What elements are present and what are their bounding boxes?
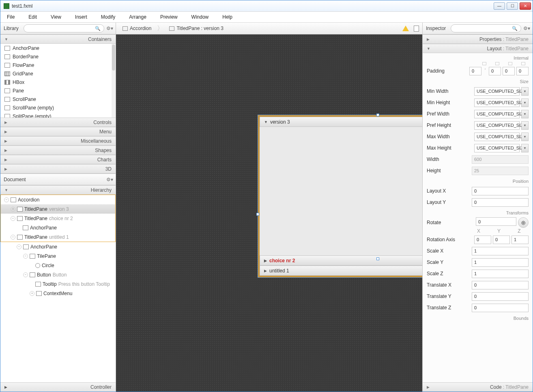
padding-top-input[interactable]: 0	[469, 67, 481, 75]
dropdown-button[interactable]: ▼	[521, 133, 529, 141]
inspector-properties[interactable]: ▶Properties: TitledPane	[423, 34, 533, 44]
scale-z-input[interactable]: 1	[472, 270, 529, 278]
section-hierarchy[interactable]: ▼Hierarchy	[0, 185, 116, 195]
menu-arrange[interactable]: Arrange	[127, 13, 149, 21]
section-containers[interactable]: ▼Containers	[0, 34, 116, 44]
tree-row-contextmenu[interactable]: +ContextMenu	[0, 289, 116, 298]
axis-x-input[interactable]: 0	[474, 236, 491, 244]
translate-y-input[interactable]: 0	[472, 292, 529, 301]
resize-handle[interactable]	[256, 213, 259, 216]
menu-file[interactable]: File	[4, 13, 17, 21]
pref-height-input[interactable]: USE_COMPUTED_SIZE	[474, 121, 520, 130]
list-item[interactable]: AnchorPane	[0, 44, 116, 52]
dropdown-button[interactable]: ▼	[521, 99, 529, 107]
section-menu[interactable]: ▶Menu	[0, 127, 116, 136]
scrollbar[interactable]	[112, 44, 116, 118]
list-item[interactable]: BorderPane	[0, 52, 116, 61]
inspector-search[interactable]: 🔍	[451, 24, 521, 32]
tree-row-titledpane-1[interactable]: +TitledPaneversion 3	[1, 204, 115, 214]
menu-preview[interactable]: Preview	[158, 13, 180, 21]
section-misc[interactable]: ▶Miscellaneous	[0, 136, 116, 146]
tree-row-titledpane-3[interactable]: −TitledPaneuntitled 1	[1, 232, 115, 242]
layout-y-input[interactable]: 0	[472, 198, 529, 207]
resize-handle[interactable]	[376, 257, 379, 260]
app-icon	[4, 3, 9, 9]
padding-left-input[interactable]: 0	[516, 67, 529, 75]
dropdown-button[interactable]: ▼	[521, 144, 529, 152]
tree-row-tilepane[interactable]: −TilePane	[0, 251, 116, 261]
dropdown-button[interactable]: ▼	[521, 87, 529, 96]
design-canvas[interactable]: ▼version 3 ▶choice nr 2 ▶untitled 1	[116, 34, 422, 392]
max-width-input[interactable]: USE_COMPUTED_SIZE	[474, 133, 520, 141]
breadcrumb-accordion[interactable]: Accordion	[119, 25, 155, 32]
library-gear-icon[interactable]: ⚙▾	[107, 26, 112, 31]
rotate-button[interactable]: ◎	[518, 217, 529, 228]
warning-icon[interactable]	[402, 26, 409, 31]
section-controller[interactable]: ▶Controller	[0, 382, 116, 392]
translate-z-input[interactable]: 0	[472, 304, 529, 312]
tree-row-anchorpane-2[interactable]: −AnchorPane	[0, 242, 116, 251]
subheader-transforms: Transforms	[423, 208, 533, 217]
subheader-bounds: Bounds	[423, 313, 533, 322]
minimize-button[interactable]: —	[494, 2, 505, 10]
pref-width-input[interactable]: USE_COMPUTED_SIZE	[474, 110, 520, 118]
list-item[interactable]: HBox	[0, 78, 116, 86]
library-header: Library 🔍 ⚙▾	[0, 23, 116, 34]
padding-bottom-input[interactable]: 0	[503, 67, 515, 75]
menu-view[interactable]: View	[48, 13, 64, 21]
scale-y-input[interactable]: 1	[472, 258, 529, 267]
menu-edit[interactable]: Edit	[26, 13, 39, 21]
rotate-input[interactable]: 0	[476, 217, 516, 226]
menu-modify[interactable]: Modify	[99, 13, 118, 21]
section-controls[interactable]: ▶Controls	[0, 118, 116, 127]
list-item[interactable]: FlowPane	[0, 61, 116, 69]
tree-row-anchorpane-1[interactable]: AnchorPane	[1, 223, 115, 232]
menu-help[interactable]: Help	[220, 13, 235, 21]
section-3d[interactable]: ▶3D	[0, 164, 116, 174]
accordion-widget[interactable]: ▼version 3 ▶choice nr 2 ▶untitled 1	[258, 115, 422, 277]
dropdown-button[interactable]: ▼	[521, 121, 529, 130]
menu-window[interactable]: Window	[189, 13, 211, 21]
inspector-layout[interactable]: ▼Layout: TitledPane	[423, 44, 533, 53]
css-icon[interactable]	[414, 26, 419, 32]
section-shapes[interactable]: ▶Shapes	[0, 146, 116, 155]
tree-row-titledpane-2[interactable]: −TitledPanechoice nr 2	[1, 214, 115, 223]
titledpane-header-1[interactable]: ▼version 3	[260, 117, 422, 127]
inspector-code[interactable]: ▶Code: TitledPane	[423, 382, 533, 392]
layout-x-input[interactable]: 0	[472, 187, 529, 195]
section-charts[interactable]: ▶Charts	[0, 155, 116, 164]
document-gear-icon[interactable]: ⚙▾	[107, 177, 112, 182]
tree-row-accordion[interactable]: −Accordion	[1, 195, 115, 204]
search-icon: 🔍	[512, 26, 518, 31]
maximize-button[interactable]: ☐	[507, 2, 518, 10]
axis-y-input[interactable]: 0	[493, 236, 510, 244]
titledpane-body[interactable]	[260, 127, 422, 255]
link-icon[interactable]: ›	[483, 67, 487, 75]
dropdown-button[interactable]: ▼	[521, 110, 529, 118]
padding-right-input[interactable]: 0	[489, 67, 501, 75]
tree-row-button[interactable]: −ButtonButton	[0, 270, 116, 279]
library-search[interactable]: 🔍	[24, 24, 104, 32]
tree-row-tooltip[interactable]: TooltipPress this button Tooltip	[0, 279, 116, 289]
list-item[interactable]: ScrollPane (empty)	[0, 103, 116, 112]
titledpane-header-3[interactable]: ▶untitled 1	[260, 266, 422, 276]
scale-x-input[interactable]: 1	[472, 247, 529, 255]
list-item[interactable]: ScrollPane	[0, 95, 116, 103]
subheader-position: Position	[423, 176, 533, 185]
axis-z-input[interactable]: 1	[512, 236, 529, 244]
inspector-gear-icon[interactable]: ⚙▾	[524, 26, 529, 31]
resize-handle[interactable]	[376, 114, 379, 116]
titledpane-header-2[interactable]: ▶choice nr 2	[260, 255, 422, 266]
min-width-input[interactable]: USE_COMPUTED_SIZE	[474, 87, 520, 96]
list-item[interactable]: Pane	[0, 86, 116, 95]
chevron-right-icon: ▶	[264, 259, 267, 263]
tree-row-circle[interactable]: Circle	[0, 261, 116, 270]
translate-x-input[interactable]: 0	[472, 281, 529, 289]
list-item[interactable]: SplitPane (empty)	[0, 112, 116, 118]
breadcrumb-titledpane[interactable]: TitledPane : version 3	[166, 25, 227, 32]
max-height-input[interactable]: USE_COMPUTED_SIZE	[474, 144, 520, 152]
close-button[interactable]: ✕	[520, 2, 531, 10]
list-item[interactable]: GridPane	[0, 69, 116, 78]
menu-insert[interactable]: Insert	[73, 13, 90, 21]
min-height-input[interactable]: USE_COMPUTED_SIZE	[474, 99, 520, 107]
